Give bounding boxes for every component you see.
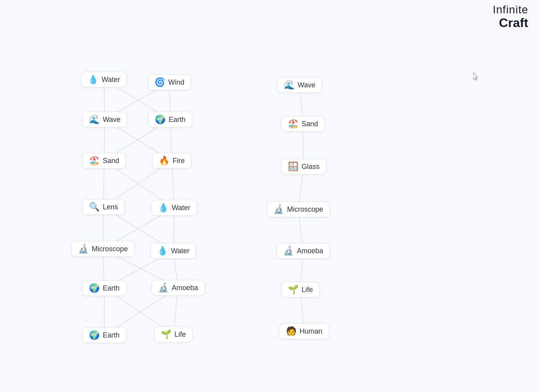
node-label-wave2: Wave [298, 81, 315, 89]
node-water1[interactable]: 💧Water [81, 72, 127, 87]
node-icon-life2: 🌱 [288, 285, 298, 294]
node-icon-wave1: 🌊 [89, 115, 100, 124]
node-icon-glass1: 🪟 [288, 162, 298, 171]
node-icon-human1: 🧑 [286, 327, 296, 336]
node-label-water1: Water [102, 76, 120, 84]
node-wave2[interactable]: 🌊Wave [277, 77, 322, 93]
node-label-amoeba1: Amoeba [172, 284, 198, 292]
node-wave1[interactable]: 🌊Wave [82, 112, 127, 127]
brand-craft: Craft [493, 16, 529, 30]
node-earth3[interactable]: 🌍Earth [82, 327, 126, 343]
node-label-earth3: Earth [103, 331, 120, 339]
node-sand2[interactable]: 🏖️Sand [281, 116, 325, 132]
canvas: 💧Water🌀Wind🌊Wave🌊Wave🌍Earth🏖️Sand🏖️Sand🔥… [0, 0, 540, 392]
node-label-earth2: Earth [103, 284, 120, 292]
node-wind1[interactable]: 🌀Wind [148, 74, 191, 90]
node-icon-sand1: 🏖️ [89, 156, 100, 165]
node-label-microscope1: Microscope [92, 245, 128, 253]
node-water3[interactable]: 💧Water [151, 243, 196, 259]
node-amoeba1[interactable]: 🔬Amoeba [151, 280, 205, 296]
node-microscope1[interactable]: 🔬Microscope [71, 241, 135, 257]
node-life2[interactable]: 🌱Life [281, 282, 320, 298]
node-icon-lens1: 🔍 [89, 203, 100, 211]
node-earth1[interactable]: 🌍Earth [148, 112, 192, 127]
brand-title: Infinite Craft [493, 4, 529, 30]
node-icon-microscope2: 🔬 [273, 205, 284, 214]
node-earth2[interactable]: 🌍Earth [82, 280, 126, 296]
cursor [473, 73, 478, 80]
node-label-wave1: Wave [103, 116, 120, 124]
node-icon-water2: 💧 [158, 203, 169, 212]
node-water2[interactable]: 💧Water [151, 200, 197, 216]
node-icon-wind1: 🌀 [155, 78, 165, 87]
node-human1[interactable]: 🧑Human [279, 323, 329, 339]
node-icon-earth2: 🌍 [89, 284, 100, 292]
node-label-microscope2: Microscope [287, 205, 323, 214]
node-label-sand2: Sand [302, 120, 318, 128]
node-icon-water1: 💧 [88, 75, 98, 84]
brand-infinite: Infinite [493, 4, 529, 16]
node-icon-sand2: 🏖️ [288, 120, 298, 128]
node-icon-amoeba1: 🔬 [158, 283, 169, 292]
node-label-earth1: Earth [169, 116, 185, 124]
node-icon-fire1: 🔥 [159, 156, 169, 165]
node-icon-earth3: 🌍 [89, 331, 100, 339]
node-icon-microscope1: 🔬 [78, 245, 89, 253]
node-microscope2[interactable]: 🔬Microscope [267, 201, 330, 217]
node-label-lens1: Lens [103, 203, 118, 211]
node-label-glass1: Glass [302, 163, 320, 171]
node-icon-water3: 💧 [157, 247, 168, 255]
node-label-sand1: Sand [103, 157, 119, 165]
node-label-wind1: Wind [168, 78, 184, 87]
node-glass1[interactable]: 🪟Glass [281, 159, 326, 174]
node-lens1[interactable]: 🔍Lens [82, 199, 125, 215]
node-icon-amoeba2: 🔬 [283, 247, 294, 255]
node-fire1[interactable]: 🔥Fire [152, 153, 191, 169]
node-icon-wave2: 🌊 [284, 81, 295, 89]
node-sand1[interactable]: 🏖️Sand [82, 153, 126, 169]
node-label-fire1: Fire [173, 157, 185, 165]
node-icon-earth1: 🌍 [155, 115, 165, 124]
node-label-amoeba2: Amoeba [297, 247, 323, 255]
node-label-water2: Water [172, 204, 190, 212]
node-label-life2: Life [302, 286, 313, 294]
node-life1[interactable]: 🌱Life [154, 327, 193, 342]
node-label-life1: Life [175, 330, 186, 339]
node-icon-life1: 🌱 [161, 330, 171, 339]
node-label-water3: Water [171, 247, 189, 255]
node-label-human1: Human [300, 327, 322, 336]
node-amoeba2[interactable]: 🔬Amoeba [276, 243, 330, 259]
